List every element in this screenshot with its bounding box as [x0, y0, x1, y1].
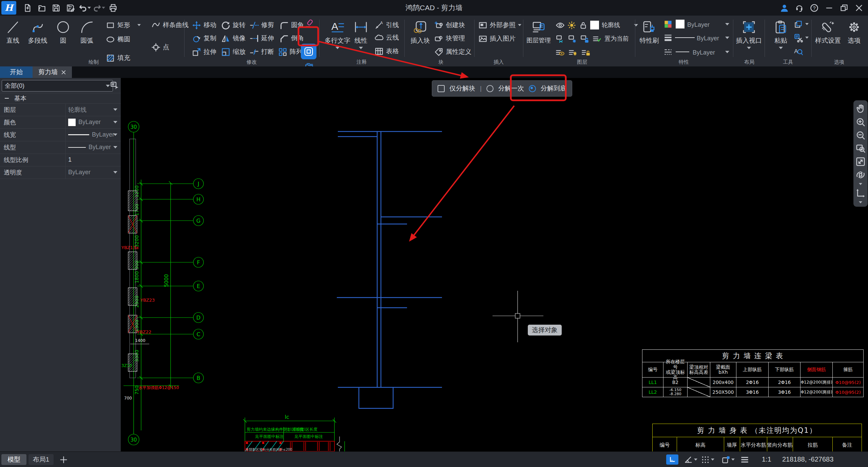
create-block-button[interactable]: 创建块 — [434, 20, 465, 30]
support-headset-icon[interactable] — [793, 2, 806, 14]
linetype-dropdown-icon[interactable] — [725, 51, 729, 53]
tab-start[interactable]: 开始 — [0, 66, 33, 78]
redo-button[interactable] — [92, 2, 105, 14]
find-text-button[interactable]: A — [794, 46, 803, 56]
grid-dropdown-icon[interactable] — [711, 459, 714, 461]
zoom-out-icon[interactable] — [855, 130, 866, 140]
minimize-button[interactable] — [823, 2, 835, 14]
model-tab[interactable]: 模型 — [1, 454, 26, 465]
match-properties-button[interactable]: 特性刷 — [638, 20, 660, 45]
revcloud-button[interactable]: 云线 — [374, 33, 399, 43]
pan-icon[interactable] — [855, 104, 866, 114]
prop-value-lineweight[interactable]: ByLayer — [65, 128, 121, 141]
copy-button[interactable]: 复制 — [192, 33, 216, 43]
help-icon[interactable]: ? — [808, 2, 821, 14]
xref-dropdown-icon[interactable] — [518, 24, 521, 26]
app-logo[interactable]: H — [1, 1, 16, 15]
zoom-in-icon[interactable] — [855, 117, 866, 127]
ellipse-tool[interactable]: 椭圆 — [106, 34, 130, 44]
mirror-button[interactable]: 镜像 — [221, 33, 246, 43]
stretch-button[interactable]: 拉伸 — [192, 47, 216, 57]
ucs-dropdown-icon[interactable] — [859, 201, 862, 203]
layer-value-dropdown-icon[interactable] — [113, 108, 117, 111]
layer-visibility-icon[interactable] — [556, 20, 565, 30]
move-button[interactable]: 移动 — [192, 20, 216, 30]
layer-manager-button[interactable]: 图层管理 — [525, 20, 552, 44]
break-button[interactable]: 打断 — [250, 47, 274, 57]
save-button[interactable] — [50, 2, 62, 14]
layer-dropdown-icon[interactable] — [634, 24, 638, 26]
user-account-icon[interactable] — [778, 2, 791, 14]
ucs-icon[interactable] — [855, 188, 866, 198]
explode-button[interactable] — [301, 44, 316, 59]
copy-clip-button[interactable] — [794, 19, 809, 29]
transparency-value-dropdown-icon[interactable] — [113, 171, 117, 174]
current-color-swatch[interactable] — [676, 20, 684, 28]
tab-close-icon[interactable] — [61, 70, 66, 75]
point-tool[interactable]: 点 — [151, 42, 169, 52]
prop-value-ltscale[interactable]: 1 — [65, 154, 121, 166]
layer-thaw-all-icon[interactable] — [568, 47, 578, 57]
copy-clip-dropdown-icon[interactable] — [805, 23, 809, 25]
rectangle-tool[interactable]: 矩形 — [106, 20, 141, 30]
lineweight-dropdown-icon[interactable] — [725, 37, 729, 39]
paste-dropdown-icon[interactable] — [779, 47, 783, 49]
linetype-value-dropdown-icon[interactable] — [113, 146, 117, 148]
undo-dropdown-icon[interactable] — [88, 7, 91, 9]
status-menu-button[interactable] — [739, 454, 750, 465]
rotate-button[interactable]: 旋转 — [221, 20, 246, 30]
layer-freeze2-icon[interactable] — [568, 34, 577, 44]
explode-full-radio[interactable] — [529, 85, 536, 92]
redo-dropdown-icon[interactable] — [102, 7, 105, 9]
line-tool[interactable]: 直线 — [3, 20, 22, 45]
layer-on-all-icon[interactable] — [556, 47, 565, 57]
attribute-define-button[interactable]: 属性定义 — [434, 47, 471, 57]
extend-button[interactable]: 延伸 — [250, 33, 274, 43]
current-layer-dropdown[interactable]: 轮廓线 — [602, 20, 638, 30]
only-block-checkbox[interactable] — [438, 85, 445, 92]
polar-dropdown-icon[interactable] — [694, 459, 697, 461]
cut-clip-dropdown-icon[interactable] — [805, 37, 809, 39]
zoom-extents-icon[interactable] — [855, 157, 866, 167]
color-dropdown-icon[interactable] — [725, 23, 729, 25]
erase-button[interactable] — [305, 18, 314, 28]
open-file-button[interactable] — [35, 2, 48, 14]
osnap-dropdown-icon[interactable] — [731, 459, 735, 461]
lineweight-bylayer-dropdown[interactable]: ByLayer — [697, 33, 719, 43]
arc-tool[interactable]: 圆弧 — [77, 20, 96, 45]
drawing-canvas[interactable]: 30 30 J H G F E D C B 1200 1700 3200 300… — [121, 78, 868, 451]
zoom-window-icon[interactable] — [855, 143, 866, 154]
insert-viewport-button[interactable]: 插入视口 — [735, 20, 763, 49]
insert-image-button[interactable]: 插入图片 — [478, 34, 516, 44]
array-button[interactable]: 阵列 — [278, 47, 303, 57]
lineweight-value-dropdown-icon[interactable] — [113, 134, 117, 136]
ortho-mode-button[interactable] — [666, 454, 678, 465]
panel-options-button[interactable] — [109, 80, 119, 90]
linetype-bylayer-dropdown[interactable]: ByLayer — [693, 47, 715, 58]
layer-lock2-icon[interactable] — [580, 34, 589, 44]
scale-indicator[interactable]: 1:1 — [762, 455, 771, 463]
spline-tool[interactable]: 样条曲线 — [151, 20, 189, 30]
new-file-button[interactable] — [21, 2, 34, 14]
osnap-button[interactable] — [720, 454, 731, 465]
insert-block-button[interactable]: 插入块 — [408, 20, 432, 45]
selection-filter-dropdown[interactable]: 全部(0) — [2, 80, 113, 92]
polar-tracking-button[interactable] — [682, 454, 694, 465]
prop-value-color[interactable]: ByLayer — [65, 116, 121, 128]
cut-clip-button[interactable] — [794, 33, 809, 43]
layout1-tab[interactable]: 布局1 — [28, 454, 54, 465]
trim-button[interactable]: 修剪 — [250, 20, 274, 30]
tab-document[interactable]: 剪力墙 — [33, 66, 72, 78]
chamfer-button[interactable]: 倒角 — [279, 33, 304, 43]
scale-button[interactable]: 缩放 — [221, 47, 246, 57]
layer-freeze-icon[interactable] — [567, 20, 576, 30]
table-button[interactable]: 表格 — [374, 46, 399, 56]
leader-button[interactable]: A 引线 — [374, 20, 399, 30]
only-block-label[interactable]: 仅分解块 — [449, 84, 475, 93]
restore-button[interactable] — [837, 2, 850, 14]
style-settings-button[interactable]: 样式设置 — [813, 20, 843, 45]
hatch-tool[interactable]: 填充 — [106, 53, 130, 63]
set-current-layer-button[interactable]: 置为当前 — [604, 34, 629, 44]
polyline-tool[interactable]: 多段线 — [26, 20, 49, 45]
xref-button[interactable]: 外部参照 — [478, 20, 521, 30]
